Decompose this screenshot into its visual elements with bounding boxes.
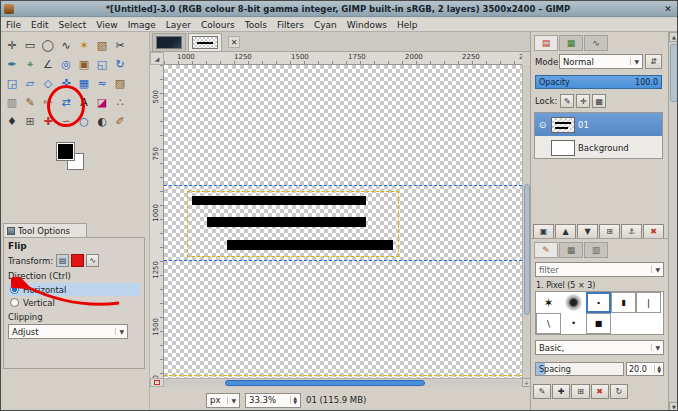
tool-crop[interactable]: ▣ (75, 55, 93, 74)
lock-position-button[interactable]: ✛ (576, 94, 590, 108)
tab-gradients[interactable]: ▥ (584, 242, 608, 258)
visibility-toggle[interactable]: ⊙ (537, 120, 548, 130)
menu-layer[interactable]: Layer (161, 20, 196, 30)
tool-clone[interactable]: ⊞ (21, 112, 39, 131)
brush-dot[interactable]: • (561, 313, 586, 334)
brush-line[interactable]: | (636, 292, 661, 313)
menu-tools[interactable]: Tools (240, 20, 272, 30)
tool-paths[interactable]: ✒ (3, 55, 21, 74)
new-layer-button[interactable]: ▣ (533, 224, 554, 239)
tool-measure[interactable]: ∠ (39, 55, 57, 74)
tool-fuzzy-select[interactable]: ✶ (75, 36, 93, 55)
duplicate-layer-button[interactable]: ⊞ (599, 224, 620, 239)
vertical-ruler[interactable]: 5007501000125015001750 (150, 65, 164, 378)
raise-layer-button[interactable]: ▲ (555, 224, 576, 239)
brush-square[interactable]: ■ (586, 313, 611, 334)
direction-option-vertical[interactable]: Vertical (8, 296, 140, 309)
new-brush-button[interactable]: ✚ (552, 384, 570, 399)
zoom-select[interactable]: 33.3% ▲▼ (245, 393, 301, 408)
brush-block[interactable]: ▮ (611, 292, 636, 313)
scroll-down-arrow-icon[interactable]: ▼ (669, 402, 678, 411)
tool-unified-transform[interactable]: ◱ (93, 55, 111, 74)
tab-paths[interactable]: ∿ (584, 35, 608, 51)
tool-zoom[interactable]: ◎ (57, 55, 75, 74)
horizontal-scrollbar[interactable] (164, 378, 522, 387)
brush-filter-input[interactable]: filter ▼ (535, 262, 664, 277)
transform-layer-button[interactable]: ▤ (56, 254, 69, 267)
tool-free-select[interactable]: ∿ (57, 36, 75, 55)
ruler-corner-button[interactable]: ◢ (150, 52, 164, 65)
spacing-value-field[interactable]: 20.0 ▲▼ (626, 362, 664, 376)
layer-row-background[interactable]: Background (535, 136, 662, 159)
tab-brushes[interactable]: ✎ (534, 242, 558, 258)
image-tab-2-active[interactable] (188, 33, 222, 52)
menu-file[interactable]: File (1, 20, 26, 30)
tool-bucket-fill[interactable]: ▨ (111, 74, 129, 93)
tab-channels[interactable]: ▦ (559, 35, 583, 51)
tool-airbrush[interactable]: ∴ (111, 93, 129, 112)
tool-eraser[interactable]: ◪ (93, 93, 111, 112)
horizontal-scrollbar-thumb[interactable] (225, 380, 425, 386)
lock-pixels-button[interactable]: ✎ (560, 94, 574, 108)
anchor-layer-button[interactable]: ⚓ (621, 224, 642, 239)
canvas-viewport[interactable] (164, 65, 522, 378)
menu-windows[interactable]: Windows (342, 20, 392, 30)
delete-brush-button[interactable]: ✖ (591, 384, 609, 399)
duplicate-brush-button[interactable]: ⊞ (571, 384, 589, 399)
tool-select-by-color[interactable]: ▧ (93, 36, 111, 55)
menu-help[interactable]: Help (392, 20, 423, 30)
tool-gradient[interactable]: ▥ (3, 93, 21, 112)
brush-diagonal[interactable]: \ (536, 313, 561, 334)
tool-ink[interactable]: ♦ (3, 112, 21, 131)
opacity-slider[interactable]: Opacity 100.0 (535, 75, 662, 89)
menu-view[interactable]: View (91, 20, 122, 30)
dock-scrollbar[interactable]: ▲ ▼ (668, 32, 678, 411)
delete-layer-button[interactable]: ✖ (643, 224, 664, 239)
transform-path-button[interactable]: ∿ (86, 254, 99, 267)
tool-ellipse-select[interactable]: ◯ (39, 36, 57, 55)
lock-alpha-button[interactable]: ▦ (592, 94, 606, 108)
tab-layers[interactable]: ▤ (534, 35, 558, 51)
tool-dodge-burn[interactable]: ◐ (93, 112, 111, 131)
layer-mode-select[interactable]: Normal ▼ (559, 54, 643, 69)
horizontal-ruler[interactable]: 100012501500175020002250250 (164, 52, 522, 65)
tool-scissors[interactable]: ✂ (111, 36, 129, 55)
quick-mask-toggle[interactable] (150, 378, 164, 387)
brush-star[interactable]: ✶ (536, 292, 561, 313)
spacing-spinner[interactable]: ▲▼ (654, 365, 661, 373)
menu-cyan[interactable]: Cyan (309, 20, 342, 30)
menu-image[interactable]: Image (123, 20, 161, 30)
horizontal-guide-2[interactable] (164, 260, 522, 261)
tool-rectangle-select[interactable]: ▭ (21, 36, 39, 55)
tool-mypaint-brush[interactable]: ✐ (111, 112, 129, 131)
lower-layer-button[interactable]: ▼ (577, 224, 598, 239)
menu-colours[interactable]: Colours (196, 20, 240, 30)
transform-selection-button[interactable] (71, 254, 84, 267)
tool-scale[interactable]: ◲ (3, 74, 21, 93)
tool-warp-transform[interactable]: ≈ (93, 74, 111, 93)
tool-color-picker[interactable]: ⌖ (21, 55, 39, 74)
radio-vertical[interactable] (10, 298, 19, 307)
tool-shear[interactable]: ▱ (21, 74, 39, 93)
dock-scrollbar-thumb[interactable] (670, 44, 678, 102)
image-tab-1[interactable] (152, 33, 186, 52)
menu-select[interactable]: Select (54, 20, 92, 30)
menu-filters[interactable]: Filters (272, 20, 309, 30)
layer-row-01[interactable]: ⊙01 (535, 113, 662, 136)
zoom-spinner[interactable]: ▲▼ (290, 396, 297, 404)
direction-option-horizontal[interactable]: Horizontal (8, 283, 140, 296)
tab-patterns[interactable]: ▦ (559, 242, 583, 258)
brush-pixel[interactable]: ▪ (586, 292, 611, 313)
close-tab-button[interactable]: ✕ (228, 36, 240, 48)
brush-soft-round[interactable] (561, 292, 586, 313)
radio-horizontal[interactable] (10, 285, 19, 294)
clipping-select[interactable]: Adjust ▼ (8, 324, 128, 339)
edit-brush-button[interactable]: ✎ (533, 384, 551, 399)
tool-move[interactable]: ✛ (3, 36, 21, 55)
menu-edit[interactable]: Edit (26, 20, 53, 30)
foreground-color-swatch[interactable] (57, 143, 74, 160)
tool-rotate[interactable]: ↻ (111, 55, 129, 74)
refresh-brushes-button[interactable]: ↻ (610, 384, 628, 399)
spacing-slider[interactable]: Spacing (535, 362, 624, 376)
scroll-up-arrow-icon[interactable]: ▲ (669, 32, 678, 42)
